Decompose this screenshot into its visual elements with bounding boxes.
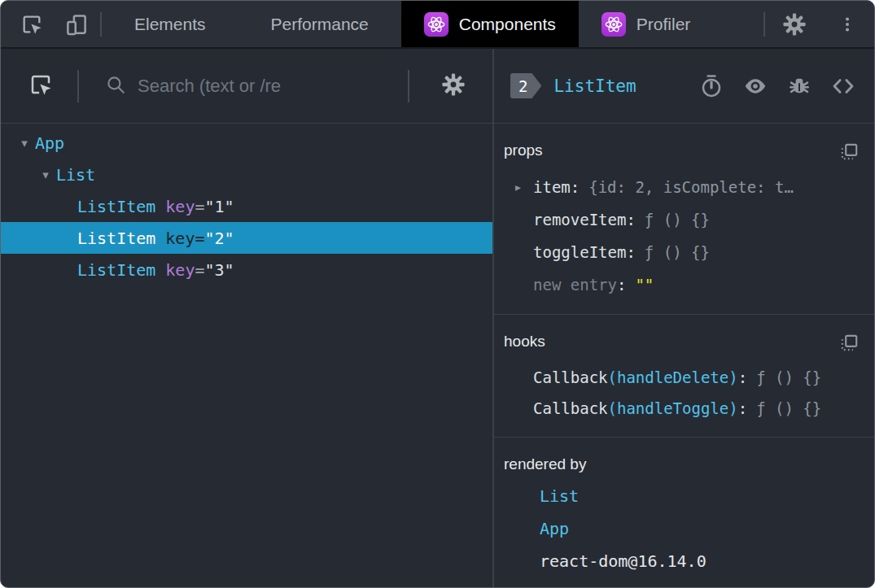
rendered-by-list[interactable]: List — [504, 480, 863, 512]
props-section-title: props — [504, 142, 543, 159]
key-attr-value: "3" — [205, 260, 234, 280]
hook-name: (handleToggle) — [608, 399, 738, 417]
owners-stack-badge[interactable]: 2 — [510, 73, 541, 98]
main-split: ▾ App ▾ List ListItemkey="1" ListItemkey… — [1, 49, 874, 587]
tree-toolbar — [1, 49, 492, 124]
search-icon — [105, 74, 126, 98]
prop-row-toggleitem[interactable]: toggleItem:ƒ () {} — [504, 236, 863, 268]
colon: : — [626, 243, 635, 261]
toolbar-divider — [408, 70, 409, 102]
copy-hooks-icon[interactable] — [838, 333, 860, 354]
component-details-panel: 2 ListItem — [494, 49, 874, 587]
colon: : — [738, 399, 747, 417]
hook-row-handletoggle[interactable]: Callback(handleToggle):ƒ () {} — [504, 393, 863, 424]
hooks-section-title: hooks — [504, 333, 545, 351]
hook-name: (handleDelete) — [608, 368, 738, 386]
prop-row-item[interactable]: ▸ item:{id: 2, isComplete: t… — [504, 171, 863, 203]
component-name: App — [35, 133, 64, 153]
tab-performance[interactable]: Performance — [238, 1, 401, 47]
rendered-by-react-dom: react-dom@16.14.0 — [504, 545, 863, 577]
devtools-window: Elements Performance Components — [0, 0, 875, 588]
equals-sign: = — [195, 260, 204, 280]
tab-label: Profiler — [637, 15, 691, 34]
component-name: ListItem — [77, 197, 155, 216]
prop-value: ƒ () {} — [645, 243, 710, 261]
equals-sign: = — [195, 197, 204, 216]
devtools-tab-bar: Elements Performance Components — [1, 1, 874, 49]
prop-row-new-entry[interactable]: new entry:"" — [504, 268, 863, 301]
renderer-version: react-dom@16.14.0 — [540, 551, 707, 571]
react-logo-icon — [602, 12, 626, 37]
new-entry-value[interactable]: "" — [635, 276, 654, 294]
tree-settings-gear-icon[interactable] — [432, 72, 475, 101]
details-header: 2 ListItem — [494, 49, 874, 124]
rendered-by-title: rendered by — [504, 455, 586, 473]
tab-profiler[interactable]: Profiler — [579, 1, 714, 47]
key-attr-name: key — [165, 229, 195, 248]
selected-component-name: ListItem — [553, 76, 636, 96]
tab-label: Performance — [271, 15, 369, 34]
tab-components[interactable]: Components — [401, 1, 579, 47]
new-entry-label: new entry — [533, 276, 617, 294]
equals-sign: = — [195, 229, 204, 248]
prop-value: {id: 2, isComplete: t… — [588, 178, 794, 196]
hook-value: ƒ () {} — [756, 368, 821, 386]
expand-arrow-icon[interactable]: ▸ — [515, 181, 533, 194]
prop-value: ƒ () {} — [645, 211, 710, 229]
tab-label: Elements — [134, 15, 206, 34]
tree-row-list[interactable]: ▾ List — [1, 159, 492, 190]
colon: : — [571, 178, 580, 196]
colon: : — [617, 276, 626, 294]
prop-name: item — [533, 178, 571, 196]
component-name: ListItem — [77, 229, 155, 248]
components-tree-panel: ▾ App ▾ List ListItemkey="1" ListItemkey… — [1, 49, 494, 587]
key-attr-name: key — [165, 197, 195, 216]
tree-row-listitem-1[interactable]: ListItemkey="1" — [1, 190, 492, 222]
owner-link[interactable]: List — [540, 486, 579, 506]
key-attr-value: "1" — [205, 197, 234, 216]
hook-type: Callback — [533, 399, 608, 417]
toolbar-divider — [77, 70, 79, 102]
hook-type: Callback — [533, 368, 608, 386]
tree-row-listitem-2-selected[interactable]: ListItemkey="2" — [1, 222, 492, 254]
select-component-inspect-icon[interactable] — [28, 72, 53, 100]
hook-row-handledelete[interactable]: Callback(handleDelete):ƒ () {} — [504, 362, 863, 393]
key-attr-value: "2" — [205, 229, 234, 248]
component-tree: ▾ App ▾ List ListItemkey="1" ListItemkey… — [1, 124, 492, 587]
suspend-timer-icon[interactable] — [699, 74, 724, 98]
tab-elements[interactable]: Elements — [102, 1, 238, 47]
hooks-section: hooks Callback(handleDelete):ƒ () {} — [494, 315, 874, 438]
props-section: props ▸ item:{id: 2, isComplete: t… — [494, 124, 874, 315]
device-toolbar-icon[interactable] — [53, 1, 100, 47]
colon: : — [738, 368, 747, 386]
search-input[interactable] — [138, 76, 396, 97]
tree-row-app[interactable]: ▾ App — [1, 127, 492, 159]
hook-value: ƒ () {} — [756, 399, 821, 417]
key-attr-name: key — [165, 260, 195, 280]
more-options-kebab-icon[interactable] — [824, 14, 874, 35]
inspect-dom-eye-icon[interactable] — [742, 73, 768, 99]
rendered-by-app[interactable]: App — [504, 512, 863, 545]
owner-link[interactable]: App — [540, 519, 569, 538]
debug-bug-icon[interactable] — [787, 74, 812, 98]
inspect-element-icon[interactable] — [1, 1, 53, 47]
colon: : — [626, 211, 635, 229]
copy-props-icon[interactable] — [838, 142, 860, 163]
rendered-by-section: rendered by List App react-dom@16.14.0 — [494, 438, 874, 587]
tab-label: Components — [459, 15, 556, 34]
expand-arrow-icon[interactable]: ▾ — [14, 136, 35, 150]
settings-gear-icon[interactable] — [765, 11, 824, 37]
prop-name: toggleItem — [533, 243, 626, 261]
prop-row-removeitem[interactable]: removeItem:ƒ () {} — [504, 203, 863, 236]
expand-arrow-icon[interactable]: ▾ — [35, 168, 56, 182]
component-name: List — [56, 165, 95, 185]
view-source-code-icon[interactable] — [830, 73, 856, 99]
react-logo-icon — [424, 12, 448, 37]
component-name: ListItem — [77, 260, 155, 280]
tree-row-listitem-3[interactable]: ListItemkey="3" — [1, 254, 492, 285]
prop-name: removeItem — [533, 211, 626, 229]
